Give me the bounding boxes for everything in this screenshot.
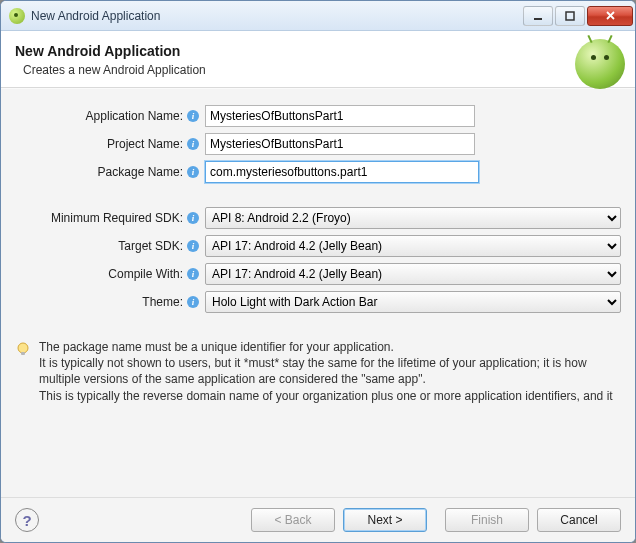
finish-button: Finish bbox=[445, 508, 529, 532]
android-app-icon bbox=[9, 8, 25, 24]
label-target-sdk: Target SDK: bbox=[15, 239, 185, 253]
svg-rect-5 bbox=[21, 352, 25, 355]
lightbulb-icon bbox=[15, 341, 31, 357]
label-min-sdk: Minimum Required SDK: bbox=[15, 211, 185, 225]
label-theme: Theme: bbox=[15, 295, 185, 309]
next-button[interactable]: Next > bbox=[343, 508, 427, 532]
button-bar: ? < Back Next > Finish Cancel bbox=[1, 497, 635, 542]
back-button: < Back bbox=[251, 508, 335, 532]
android-hero-icon bbox=[575, 39, 625, 89]
compile-with-select[interactable]: API 17: Android 4.2 (Jelly Bean) bbox=[205, 263, 621, 285]
window-controls bbox=[521, 6, 633, 26]
content-area: Application Name: i Project Name: i Pack… bbox=[1, 88, 635, 497]
info-icon[interactable]: i bbox=[187, 296, 199, 308]
label-application-name: Application Name: bbox=[15, 109, 185, 123]
min-sdk-select[interactable]: API 8: Android 2.2 (Froyo) bbox=[205, 207, 621, 229]
info-icon[interactable]: i bbox=[187, 166, 199, 178]
cancel-button[interactable]: Cancel bbox=[537, 508, 621, 532]
help-icon: ? bbox=[22, 512, 31, 529]
label-package-name: Package Name: bbox=[15, 165, 185, 179]
row-target-sdk: Target SDK: i API 17: Android 4.2 (Jelly… bbox=[15, 235, 621, 257]
package-name-input[interactable] bbox=[205, 161, 479, 183]
titlebar[interactable]: New Android Application bbox=[1, 1, 635, 31]
theme-select[interactable]: Holo Light with Dark Action Bar bbox=[205, 291, 621, 313]
maximize-icon bbox=[565, 11, 575, 21]
info-icon[interactable]: i bbox=[187, 138, 199, 150]
header-panel: New Android Application Creates a new An… bbox=[1, 31, 635, 88]
minimize-button[interactable] bbox=[523, 6, 553, 26]
row-package-name: Package Name: i bbox=[15, 161, 621, 183]
info-icon[interactable]: i bbox=[187, 240, 199, 252]
row-application-name: Application Name: i bbox=[15, 105, 621, 127]
close-icon bbox=[605, 10, 616, 21]
minimize-icon bbox=[533, 11, 543, 21]
info-icon[interactable]: i bbox=[187, 110, 199, 122]
window-title: New Android Application bbox=[31, 9, 160, 23]
row-compile-with: Compile With: i API 17: Android 4.2 (Jel… bbox=[15, 263, 621, 285]
info-icon[interactable]: i bbox=[187, 212, 199, 224]
hint-block: The package name must be a unique identi… bbox=[15, 339, 621, 404]
dialog-window: New Android Application New Android Appl… bbox=[0, 0, 636, 543]
hint-text: The package name must be a unique identi… bbox=[39, 339, 621, 404]
label-project-name: Project Name: bbox=[15, 137, 185, 151]
row-min-sdk: Minimum Required SDK: i API 8: Android 2… bbox=[15, 207, 621, 229]
svg-rect-1 bbox=[566, 12, 574, 20]
row-project-name: Project Name: i bbox=[15, 133, 621, 155]
info-icon[interactable]: i bbox=[187, 268, 199, 280]
close-button[interactable] bbox=[587, 6, 633, 26]
page-title: New Android Application bbox=[15, 43, 621, 59]
help-button[interactable]: ? bbox=[15, 508, 39, 532]
svg-point-4 bbox=[18, 343, 28, 353]
row-theme: Theme: i Holo Light with Dark Action Bar bbox=[15, 291, 621, 313]
page-subtitle: Creates a new Android Application bbox=[23, 63, 621, 77]
maximize-button[interactable] bbox=[555, 6, 585, 26]
application-name-input[interactable] bbox=[205, 105, 475, 127]
label-compile-with: Compile With: bbox=[15, 267, 185, 281]
target-sdk-select[interactable]: API 17: Android 4.2 (Jelly Bean) bbox=[205, 235, 621, 257]
project-name-input[interactable] bbox=[205, 133, 475, 155]
